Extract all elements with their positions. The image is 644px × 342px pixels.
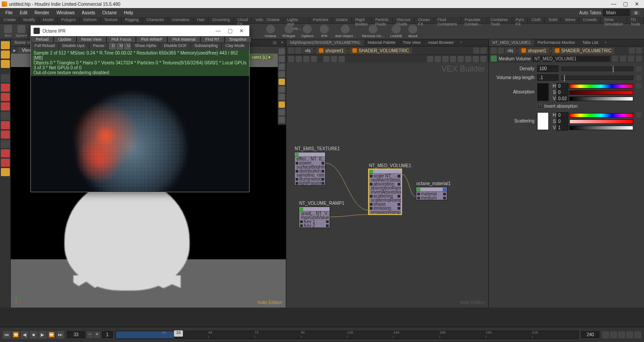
tool-select[interactable] — [1, 41, 10, 49]
nettb-3[interactable] — [303, 56, 309, 62]
tool-11[interactable] — [1, 149, 10, 157]
close-button[interactable]: ✕ — [631, 1, 642, 7]
shelf-tab[interactable]: Texture — [101, 17, 122, 23]
shelf-tab[interactable]: Wires — [561, 17, 579, 23]
nettb-8[interactable] — [427, 56, 433, 62]
playback-btn-2[interactable]: ◀ — [21, 331, 29, 339]
shelf-tab[interactable]: Cloth — [528, 17, 545, 23]
tab-add[interactable]: + — [458, 39, 465, 46]
shelf-tab[interactable]: TD Tools — [627, 17, 644, 23]
octane-tool-ipr[interactable]: IPR — [320, 25, 329, 38]
node-param[interactable]: Key 1 — [299, 220, 330, 224]
nettb-9[interactable] — [435, 56, 441, 62]
ipr-btn[interactable]: Disable Upd. — [59, 43, 90, 50]
pane-menu-icon[interactable]: ▤ — [271, 39, 279, 46]
shelf-tab[interactable]: Viscous Fluids — [393, 17, 414, 23]
tool-move[interactable] — [1, 74, 10, 82]
nettb-1[interactable] — [288, 56, 294, 62]
tl-opt-2[interactable] — [610, 331, 617, 338]
param-close-icon[interactable] — [636, 55, 642, 62]
node-param[interactable]: illumination — [295, 177, 325, 181]
nettb-12[interactable] — [458, 56, 464, 62]
ipr-btn[interactable]: Show Alpha — [131, 43, 161, 50]
path-pin-icon[interactable] — [473, 47, 479, 54]
scat-h-slider[interactable] — [569, 113, 633, 118]
frame-step-minus[interactable]: − — [87, 332, 93, 338]
shelf-tab[interactable]: Drive Simulation — [601, 17, 627, 23]
ipr-btn-pickwhitep[interactable]: Pick WhiteP — [136, 36, 168, 43]
abs-h-field[interactable]: 0 — [557, 83, 568, 89]
playback-btn-0[interactable]: ⏮ — [3, 331, 11, 339]
shelf-tab[interactable]: Lights and Came... — [284, 17, 309, 23]
ipr-btn[interactable]: Subsampling — [191, 43, 222, 50]
param-tab[interactable]: Take List — [579, 39, 602, 46]
end-frame-field[interactable]: 240 — [581, 331, 599, 338]
shelf-tab[interactable]: Container Tools — [487, 17, 512, 23]
shelf-tab[interactable]: Rigging — [122, 17, 143, 23]
scat-gear-icon[interactable] — [636, 112, 641, 118]
current-frame-field[interactable]: 33 — [67, 331, 85, 338]
abs-s-slider[interactable] — [569, 90, 633, 95]
view-toggle[interactable]: ▸ — [13, 48, 16, 53]
node-param[interactable]: Key 2 — [299, 224, 330, 228]
scat-s-field[interactable]: 0 — [557, 118, 568, 124]
shelf-tab[interactable]: Fluid Containers — [434, 17, 461, 23]
menu-render[interactable]: Render — [31, 9, 53, 16]
shelf-tab[interactable]: Polygon — [58, 17, 80, 23]
octane-tool-addobject[interactable]: Add Object... — [335, 25, 356, 38]
tool-10[interactable] — [1, 140, 10, 148]
node-param[interactable]: rayMarchStepL... — [369, 178, 401, 182]
ppath-shader[interactable]: SHADER_VOLUMETRIC — [552, 47, 614, 54]
shelf-tab[interactable]: Cloud FX — [234, 17, 252, 23]
step-gear-icon[interactable] — [636, 75, 641, 80]
node-param[interactable]: distribution — [295, 169, 325, 173]
maximize-button[interactable]: ▢ — [620, 1, 631, 7]
nav-fwd[interactable] — [295, 47, 301, 54]
timeline-playhead[interactable]: 33 — [174, 330, 183, 337]
shelf-tab[interactable]: Animation — [168, 17, 194, 23]
shelf-tab[interactable]: Populate Contain... — [461, 17, 487, 23]
shelf-tab[interactable]: Particle Fluids — [372, 17, 393, 23]
param-gear-icon[interactable] — [612, 55, 618, 62]
density-gear-icon[interactable] — [636, 66, 641, 72]
tl-opt-4[interactable] — [626, 331, 633, 338]
network-view[interactable]: VEX Builder NT_EMIS_TEXTURE1 effici... N… — [286, 63, 488, 308]
playback-btn-1[interactable]: ⏪ — [12, 331, 20, 339]
nettb-7[interactable] — [339, 56, 345, 62]
nettb-5[interactable] — [323, 56, 330, 62]
vtool-1[interactable] — [279, 48, 285, 55]
shelf-tab[interactable]: Modify — [20, 17, 39, 23]
nettb-4[interactable] — [311, 56, 317, 62]
param-info-icon[interactable] — [628, 55, 634, 62]
node-param[interactable]: scatteringRamp — [369, 198, 401, 202]
menu-edit[interactable]: Edit — [16, 9, 31, 16]
param-tab[interactable]: Performance Monitor — [534, 39, 579, 46]
octane-tool-octane[interactable]: Octane — [265, 25, 276, 38]
ipr-render-view[interactable] — [31, 76, 249, 192]
network-tab[interactable]: Material Palette — [364, 39, 399, 46]
node-param[interactable]: gradi... NT_V... — [299, 211, 330, 215]
density-slider[interactable] — [561, 67, 633, 71]
shelf-tab[interactable]: Pyro FX — [512, 17, 528, 23]
node-med-volume[interactable]: NT_MED_VOLUME1 scale NT_...rayMarchStepL… — [369, 169, 402, 215]
vtool-6[interactable] — [279, 86, 285, 93]
node-param[interactable]: phase — [369, 202, 401, 206]
node-volume-ramp[interactable]: NT_VOLUME_RAMP1 gradi... NT_V...maxGridV… — [299, 207, 330, 228]
ipr-btn-pickmaterial[interactable]: Pick Material — [167, 36, 200, 43]
step-slider[interactable] — [561, 76, 633, 80]
param-help-icon[interactable] — [620, 55, 626, 62]
nettb-help-icon[interactable] — [480, 56, 487, 62]
node-param[interactable]: material — [416, 192, 447, 196]
camera-badge[interactable]: cam1 [L] ▾ — [249, 55, 273, 60]
node-param[interactable]: medium — [416, 196, 447, 200]
abs-s-field[interactable]: 0 — [557, 89, 568, 95]
vtool-4[interactable] — [279, 71, 285, 77]
ipr-btn-snapshot[interactable]: Snapshot — [225, 36, 251, 43]
network-tab[interactable]: Tree View — [399, 39, 424, 46]
octane-tool-livedb[interactable]: LiveDB — [390, 25, 402, 38]
shelf-tab[interactable]: Create — [0, 17, 20, 23]
param-tab[interactable]: NT_MED_VOLUME1 — [489, 39, 534, 46]
shelf-tab[interactable]: Grooming — [208, 17, 234, 23]
vtool-7[interactable] — [279, 94, 285, 100]
menu-octane[interactable]: Octane — [99, 9, 120, 16]
